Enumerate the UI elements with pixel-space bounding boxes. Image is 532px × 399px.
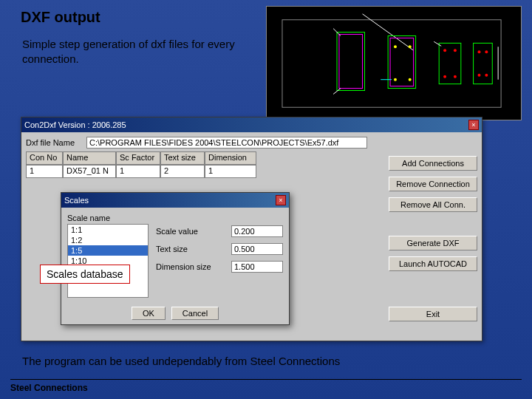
dimension-size-input[interactable] [231,261,283,273]
cell: 1 [205,165,256,178]
dimension-size-label: Dimension size [156,262,211,271]
generate-dxf-button[interactable]: Generate DXF [389,236,477,250]
ok-button[interactable]: OK [132,307,166,320]
dialog-title: Con2Dxf Version : 2006.285 [24,120,126,129]
svg-point-10 [394,78,397,81]
svg-rect-13 [439,43,461,83]
callout-label: Scales database [40,265,130,284]
svg-rect-0 [282,20,501,107]
close-icon[interactable]: × [276,195,286,205]
svg-point-15 [454,49,457,52]
page-subtitle: Simple step generation of dxf files for … [22,37,251,66]
launch-autocad-button[interactable]: Launch AUTOCAD [389,256,477,271]
col-header: Con No [26,151,63,165]
svg-rect-3 [339,35,363,89]
text-size-input[interactable] [231,243,283,255]
list-item[interactable]: 1:5 [68,245,148,256]
col-header: Sc Factor [116,151,160,165]
svg-line-18 [434,41,441,46]
scale-value-input[interactable] [231,225,283,237]
svg-point-14 [443,49,446,52]
cell: 1 [116,165,160,178]
scales-titlebar[interactable]: Scales × [61,193,289,208]
footer-brand: Steel Connections [10,383,88,393]
svg-point-11 [409,78,412,81]
svg-rect-19 [474,43,493,83]
col-header: Dimension s [205,151,256,165]
add-connections-button[interactable]: Add Connections [389,156,477,171]
cell: DX57_01 N [63,165,116,178]
list-item[interactable]: 1:2 [68,235,148,245]
remove-all-button[interactable]: Remove All Conn. [389,197,477,212]
cell: 1 [26,165,63,178]
remove-connection-button[interactable]: Remove Connection [389,177,477,191]
svg-rect-6 [388,35,416,88]
close-icon[interactable]: × [468,120,479,130]
file-input[interactable] [86,137,367,149]
text-size-label: Text size [156,245,188,253]
file-label: Dxf file Name [26,138,86,147]
svg-point-16 [443,75,446,78]
col-header: Name [63,151,116,165]
cell: 2 [160,165,205,178]
page-title: DXF output [21,9,100,26]
svg-point-9 [409,45,412,48]
col-header: Text size [160,151,205,165]
scales-title: Scales [64,196,89,205]
cancel-button[interactable]: Cancel [171,307,219,320]
svg-point-17 [454,75,457,78]
list-item[interactable]: 1:1 [68,225,148,235]
svg-point-23 [485,74,488,77]
svg-point-20 [478,50,481,53]
svg-rect-2 [337,33,365,91]
exit-button[interactable]: Exit [389,307,477,321]
svg-point-22 [478,74,481,77]
divider [10,379,522,380]
scales-dialog: Scales × Scale name 1:1 1:2 1:5 1:10 Sca… [61,192,290,325]
svg-point-21 [485,50,488,53]
svg-point-8 [394,45,397,48]
scale-list-label: Scale name [67,214,149,222]
scale-list[interactable]: 1:1 1:2 1:5 1:10 [67,224,149,298]
footer-text: The program can be used undependably fro… [22,355,340,367]
dialog-titlebar[interactable]: Con2Dxf Version : 2006.285 × [21,117,482,132]
cad-preview [266,6,522,120]
scale-value-label: Scale value [156,227,198,236]
